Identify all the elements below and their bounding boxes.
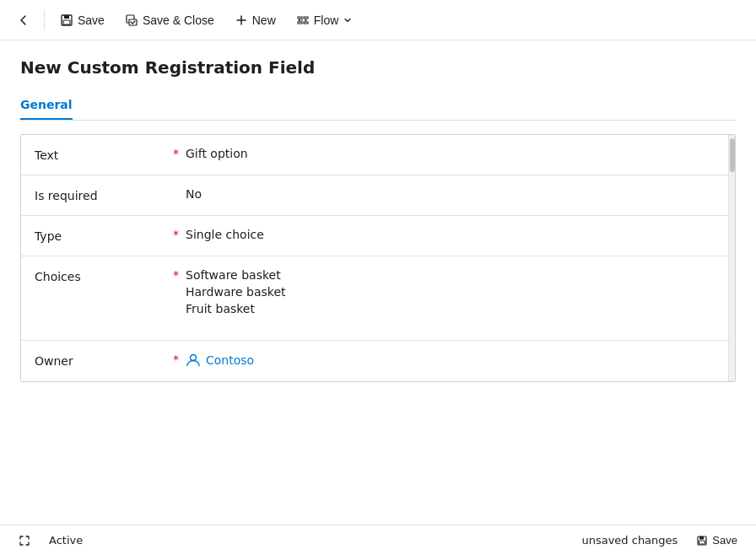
- field-row-choices: Choices * Software basket Hardware baske…: [21, 256, 735, 341]
- label-type: Type: [35, 228, 170, 243]
- unsaved-text: unsaved changes: [581, 534, 678, 547]
- back-button[interactable]: [10, 7, 37, 34]
- value-type: Single choice: [186, 228, 721, 241]
- choice-item: Fruit basket: [186, 302, 721, 315]
- value-owner: Contoso: [186, 353, 721, 368]
- required-star-text: *: [173, 147, 179, 160]
- toolbar: Save Save & Close New Flow: [0, 0, 756, 40]
- new-button[interactable]: New: [226, 8, 284, 32]
- field-row-is-required: Is required * No: [21, 175, 735, 216]
- flow-dropdown-icon: [343, 15, 353, 25]
- label-is-required: Is required: [35, 187, 170, 202]
- expand-icon: [19, 535, 30, 547]
- owner-link[interactable]: Contoso: [186, 353, 721, 368]
- statusbar-right: unsaved changes Save: [581, 531, 746, 550]
- save-close-icon: [125, 13, 138, 27]
- status-badge: Active: [49, 534, 83, 547]
- choice-item: Software basket: [186, 268, 721, 282]
- label-text: Text: [35, 147, 170, 162]
- toolbar-divider: [44, 10, 45, 30]
- status-save-icon: [696, 535, 708, 547]
- choice-item: Hardware basket: [186, 285, 721, 299]
- svg-rect-1: [64, 15, 69, 19]
- flow-icon: [296, 13, 310, 27]
- label-choices: Choices: [35, 268, 170, 283]
- field-row-owner: Owner * Contoso: [21, 341, 735, 381]
- required-star-choices: *: [173, 268, 179, 282]
- svg-rect-7: [699, 536, 704, 540]
- svg-point-5: [191, 355, 197, 361]
- required-star-owner: *: [173, 353, 179, 366]
- statusbar-left: Active: [10, 531, 83, 550]
- owner-name: Contoso: [206, 353, 254, 367]
- form-container: Text * Gift option Is required * No Type…: [20, 134, 736, 382]
- person-icon: [186, 353, 201, 368]
- page-title: New Custom Registration Field: [20, 57, 736, 78]
- new-label: New: [252, 13, 276, 27]
- scrollbar-thumb[interactable]: [730, 138, 735, 172]
- field-row-text: Text * Gift option: [21, 135, 735, 175]
- tabs: General: [20, 91, 736, 121]
- back-icon: [17, 13, 30, 27]
- field-row-type: Type * Single choice: [21, 216, 735, 256]
- svg-rect-2: [63, 20, 70, 24]
- value-text: Gift option: [186, 147, 721, 160]
- svg-rect-4: [129, 19, 137, 25]
- new-icon: [235, 13, 248, 27]
- status-save-button[interactable]: Save: [688, 531, 746, 550]
- save-label: Save: [78, 13, 105, 27]
- svg-rect-8: [699, 541, 705, 544]
- flow-label: Flow: [314, 13, 339, 27]
- save-button[interactable]: Save: [51, 8, 113, 32]
- status-save-label: Save: [712, 534, 737, 547]
- required-star-type: *: [173, 228, 179, 241]
- scrollbar-track[interactable]: [728, 135, 735, 381]
- main-content: New Custom Registration Field General Te…: [0, 40, 756, 525]
- expand-button[interactable]: [10, 531, 39, 550]
- flow-button[interactable]: Flow: [288, 8, 362, 32]
- save-icon: [60, 13, 73, 27]
- choices-list: Software basket Hardware basket Fruit ba…: [186, 268, 721, 315]
- save-close-button[interactable]: Save & Close: [116, 8, 223, 32]
- statusbar: Active unsaved changes Save: [0, 525, 756, 555]
- tab-general[interactable]: General: [20, 91, 73, 120]
- label-owner: Owner: [35, 353, 170, 368]
- value-is-required: No: [186, 187, 721, 201]
- save-close-label: Save & Close: [143, 13, 214, 27]
